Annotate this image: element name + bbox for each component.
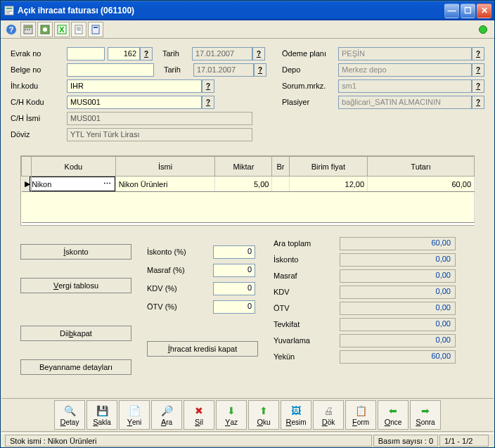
status-mid: Basım sayısı : 0 [373, 435, 438, 447]
iskonto-pct-field[interactable]: 0 [213, 245, 255, 259]
cell-tutari[interactable]: 60,00 [368, 177, 475, 192]
svg-point-12 [43, 27, 47, 32]
col-ismi[interactable]: İsmi [115, 157, 215, 177]
calculator-icon[interactable] [20, 22, 36, 37]
status-left: Stok ismi : Nikon Ürünleri [5, 435, 372, 447]
oku-button[interactable]: ⬆Oku [248, 400, 279, 430]
svg-rect-7 [25, 26, 32, 28]
col-miktar[interactable]: Miktar [215, 157, 272, 177]
cell-br[interactable] [272, 177, 289, 192]
page-icon[interactable] [88, 22, 103, 37]
kodu-lookup-icon[interactable]: ⋯ [102, 179, 113, 188]
help-icon[interactable]: ? [4, 22, 19, 37]
sil-button[interactable]: ✖Sil [184, 400, 214, 430]
plasiyer-field[interactable]: bağlicari_SATIN ALMACININ [338, 96, 472, 109]
t-yekun-label: Yekün [274, 352, 337, 361]
ara-button[interactable]: 🔎Ara [151, 400, 182, 430]
svg-text:?: ? [9, 25, 14, 34]
sorum-label: Sorum.mrkz. [282, 82, 338, 90]
yaz-button[interactable]: ⬇Yaz [216, 400, 247, 430]
depo-field[interactable]: Merkez depo [338, 63, 472, 77]
belge-no-field[interactable] [67, 63, 154, 77]
kdv-pct-label: KDV (%) [147, 284, 210, 293]
minimize-button[interactable]: — [444, 4, 459, 18]
ch-kodu-label: C/H Kodu [11, 98, 67, 106]
ch-kodu-field[interactable]: MUS001 [67, 96, 202, 109]
maximize-button[interactable]: ☐ [461, 4, 475, 18]
ihracat-kredisi-button[interactable]: İhracat kredisi kapat [147, 341, 258, 357]
otv-pct-field[interactable]: 0 [213, 300, 255, 314]
ch-ismi-field: MUS001 [67, 112, 252, 125]
table-row[interactable]: ▶ Nikon ⋯ Nikon Ürünleri 5,00 12,00 60,0… [22, 177, 475, 192]
status-dot-icon [479, 25, 487, 34]
resim-button[interactable]: 🖼Resim [281, 400, 311, 430]
document-icon[interactable] [71, 22, 86, 37]
tarih2-lookup[interactable]: ? [254, 63, 266, 77]
col-birim-fiyat[interactable]: Birim fiyat [289, 157, 367, 177]
col-br[interactable]: Br [272, 157, 289, 177]
cell-miktar[interactable]: 5,00 [215, 177, 272, 192]
status-bar: Stok ismi : Nikon Ürünleri Basım sayısı … [1, 433, 494, 447]
tarih1-field[interactable]: 17.01.2007 [192, 47, 252, 60]
excel-icon[interactable]: X [54, 22, 70, 37]
depo-lookup[interactable]: ? [472, 63, 484, 77]
depo-label: Depo [282, 65, 338, 74]
detay-button[interactable]: 🔍Detay [54, 400, 85, 430]
t-masraf-label: Masraf [274, 271, 337, 280]
iskonto-button[interactable]: İskonto [20, 244, 131, 260]
settings-icon[interactable] [37, 22, 53, 37]
sonra-button[interactable]: ➡Sonra [410, 400, 441, 430]
belge-no-label: Belge no [11, 65, 67, 74]
svg-rect-2 [6, 11, 13, 12]
t-tevkifat-label: Tevkifat [274, 320, 337, 328]
form-button[interactable]: 📋Form [345, 400, 376, 430]
svg-rect-9 [27, 29, 28, 30]
tarih2-label: Tarih [164, 65, 193, 74]
close-button[interactable]: ✕ [477, 4, 491, 18]
ihr-kodu-field[interactable]: IHR [67, 79, 202, 93]
beyanname-button[interactable]: Beyanname detayları [20, 359, 131, 375]
kdv-pct-field[interactable]: 0 [213, 282, 255, 295]
önce-button[interactable]: ⬅Once [378, 400, 409, 430]
tarih2-field[interactable]: 17.01.2007 [193, 63, 254, 77]
svg-rect-10 [29, 29, 30, 30]
plasiyer-lookup[interactable]: ? [472, 96, 484, 109]
masraf-pct-field[interactable]: 0 [213, 264, 255, 277]
odeme-field[interactable]: PEŞİN [338, 47, 472, 60]
col-tutari[interactable]: Tutarı [368, 157, 475, 177]
masraf-pct-label: Masraf (%) [147, 266, 210, 274]
sorum-lookup[interactable]: ? [472, 79, 484, 93]
action-bar: 🔍Detay💾Sakla📄Yeni🔎Ara✖Sil⬇Yaz⬆Oku🖼Resim🖨… [1, 398, 494, 432]
tarih1-label: Tarih [162, 49, 192, 58]
tarih1-lookup[interactable]: ? [252, 47, 265, 60]
lines-grid[interactable]: Kodu İsmi Miktar Br Birim fiyat Tutarı ▶… [20, 155, 475, 226]
t-otv-label: ÖTV [274, 304, 337, 312]
evrak-no-lookup[interactable]: ? [140, 47, 153, 60]
otv-pct-label: ÖTV (%) [147, 302, 210, 311]
t-otv-value: 0,00 [340, 302, 456, 315]
evrak-no-prefix-field[interactable] [67, 47, 105, 60]
cell-kodu[interactable]: Nikon ⋯ [30, 177, 115, 191]
iskonto-pct-label: İskonto (%) [147, 248, 210, 256]
cell-ismi[interactable]: Nikon Ürünleri [115, 177, 215, 192]
cell-birim-fiyat[interactable]: 12,00 [289, 177, 367, 192]
vergi-tablosu-button[interactable]: Vergi tablosu [20, 278, 131, 293]
ara-toplam-label: Ara toplam [274, 239, 337, 248]
ch-kodu-lookup[interactable]: ? [202, 96, 214, 109]
t-yuvarlama-value: 0,00 [340, 334, 456, 347]
svg-rect-3 [6, 13, 10, 14]
t-tevkifat-value: 0,00 [340, 318, 456, 331]
odeme-lookup[interactable]: ? [472, 47, 484, 60]
app-icon [4, 5, 15, 16]
dök-button[interactable]: 🖨Dök [313, 400, 344, 430]
ihr-kodu-lookup[interactable]: ? [202, 79, 214, 93]
sorum-field[interactable]: sm1 [338, 79, 472, 93]
col-kodu[interactable]: Kodu [32, 157, 115, 177]
diib-kapat-button[interactable]: Diib kapat [20, 326, 131, 341]
svg-rect-1 [6, 8, 13, 10]
t-iskonto-value: 0,00 [340, 253, 456, 267]
grid-corner [22, 157, 32, 177]
evrak-no-field[interactable]: 162 [108, 47, 140, 60]
yeni-button[interactable]: 📄Yeni [119, 400, 150, 430]
sakla-button[interactable]: 💾Sakla [86, 400, 117, 430]
